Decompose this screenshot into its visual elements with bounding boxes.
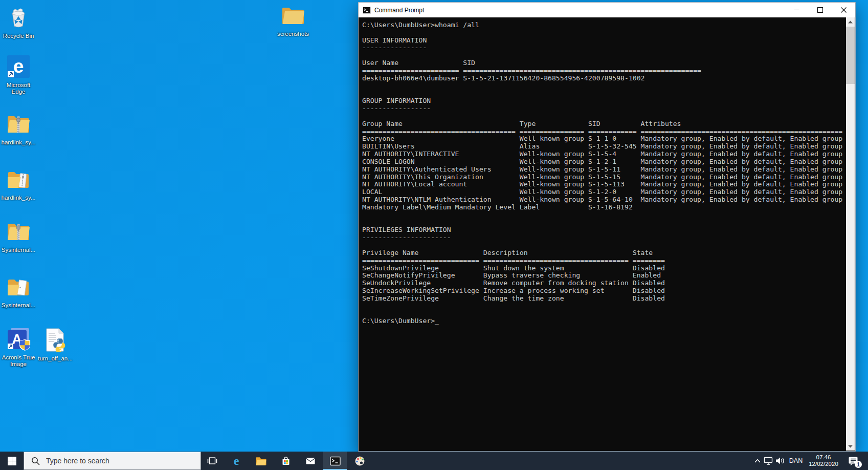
desktop-icon-microsoft-edge[interactable]: e Microsoft Edge <box>0 54 38 95</box>
desktop-icon-label: screenshots <box>274 31 313 37</box>
minimize-button[interactable] <box>785 3 808 17</box>
svg-text:e: e <box>234 454 239 467</box>
task-view-icon <box>206 455 218 467</box>
cmd-icon <box>329 455 342 467</box>
scroll-up-arrow[interactable] <box>846 17 855 26</box>
taskbar-edge-button[interactable]: e <box>225 452 248 470</box>
maximize-icon <box>817 7 823 13</box>
edge-icon: e <box>6 54 31 79</box>
desktop-icon-turn-off-script[interactable]: turn_off_an... <box>36 328 75 362</box>
network-icon <box>763 456 773 465</box>
taskbar-store-button[interactable] <box>274 452 298 470</box>
edge-icon: e <box>230 454 243 467</box>
search-icon <box>31 457 40 465</box>
desktop-icon-sysinternals-folder[interactable]: Sysinternal... <box>0 274 38 309</box>
maximize-button[interactable] <box>808 3 832 17</box>
cmd-window-icon <box>363 6 371 14</box>
arrow-up-icon <box>848 20 853 24</box>
taskbar-paint-button[interactable] <box>348 452 371 470</box>
svg-text:e: e <box>13 56 24 77</box>
desktop-icon-sysinternals-zip[interactable]: Sysinternal... <box>0 219 38 253</box>
microsoft-store-icon <box>280 455 292 467</box>
python-file-icon <box>43 328 68 352</box>
chevron-up-icon <box>754 458 761 463</box>
console-output[interactable]: C:\Users\DumbUser>whoami /all USER INFOR… <box>359 17 846 451</box>
start-button[interactable] <box>0 452 24 470</box>
desktop-icon-label: turn_off_an... <box>36 355 75 362</box>
taskbar: e <box>0 452 868 470</box>
zip-folder-icon <box>6 112 31 136</box>
desktop-icon-label: Recycle Bin <box>0 33 38 39</box>
desktop-icon-label: hardlink_sy... <box>0 195 38 201</box>
desktop-icon-label: Microsoft Edge <box>0 82 38 95</box>
desktop-icon-recycle-bin[interactable]: Recycle Bin <box>0 5 38 39</box>
action-center-button[interactable]: 1 <box>843 452 863 470</box>
shield-icon <box>20 340 30 351</box>
desktop-icon-label: Sysinternal... <box>0 247 38 253</box>
console-scrollbar[interactable] <box>846 17 855 451</box>
scroll-down-arrow[interactable] <box>846 442 855 451</box>
scrollbar-thumb[interactable] <box>846 27 855 84</box>
search-box[interactable] <box>24 452 201 470</box>
notification-badge: 1 <box>855 461 862 468</box>
windows-logo-icon <box>8 457 16 465</box>
mail-icon <box>304 455 317 467</box>
window-titlebar[interactable]: Command Prompt <box>359 3 855 17</box>
paint-palette-icon <box>353 455 366 467</box>
desktop-icon-acronis[interactable]: A Acronis True Image <box>0 327 38 368</box>
desktop-icon-label: Acronis True Image <box>0 354 38 368</box>
speaker-icon <box>775 456 785 465</box>
folder-icon <box>281 3 305 28</box>
open-folder-zip-icon <box>6 167 31 191</box>
clock-date: 12/02/2020 <box>809 461 838 468</box>
search-input[interactable] <box>45 456 175 465</box>
desktop-icon-screenshots[interactable]: screenshots <box>274 3 313 37</box>
taskbar-cmd-button[interactable] <box>323 452 347 470</box>
desktop: Recycle Bin e Microsoft Edge hardlink_sy… <box>0 0 868 470</box>
tray-volume[interactable] <box>773 452 787 470</box>
taskbar-file-explorer-button[interactable] <box>249 452 273 470</box>
recycle-bin-icon <box>6 5 31 30</box>
clock-time: 07.46 <box>816 454 831 461</box>
zip-folder-icon <box>6 219 31 244</box>
taskbar-mail-button[interactable] <box>299 452 322 470</box>
desktop-icon-hardlink-zip[interactable]: hardlink_sy... <box>0 112 38 146</box>
minimize-icon <box>794 7 799 13</box>
command-prompt-window[interactable]: Command Prompt C:\Users\DumbUser>whoami … <box>358 2 856 452</box>
desktop-icon-label: Sysinternal... <box>0 302 38 309</box>
desktop-icon-hardlink-folder[interactable]: hardlink_sy... <box>0 167 38 201</box>
window-title: Command Prompt <box>374 7 424 14</box>
desktop-icon-label: hardlink_sy... <box>0 139 38 146</box>
open-folder-doc-icon <box>6 274 31 299</box>
tray-language-indicator[interactable]: DAN <box>786 452 806 470</box>
close-icon <box>841 7 847 13</box>
file-explorer-icon <box>255 455 268 467</box>
tray-clock[interactable]: 07.46 12/02/2020 <box>807 452 840 470</box>
close-button[interactable] <box>832 3 855 17</box>
task-view-button[interactable] <box>201 452 224 470</box>
shortcut-arrow-icon <box>8 71 14 77</box>
console-text: C:\Users\DumbUser>whoami /all USER INFOR… <box>359 17 846 325</box>
acronis-icon: A <box>6 327 31 351</box>
shortcut-arrow-icon <box>8 344 13 349</box>
arrow-down-icon <box>848 445 853 448</box>
